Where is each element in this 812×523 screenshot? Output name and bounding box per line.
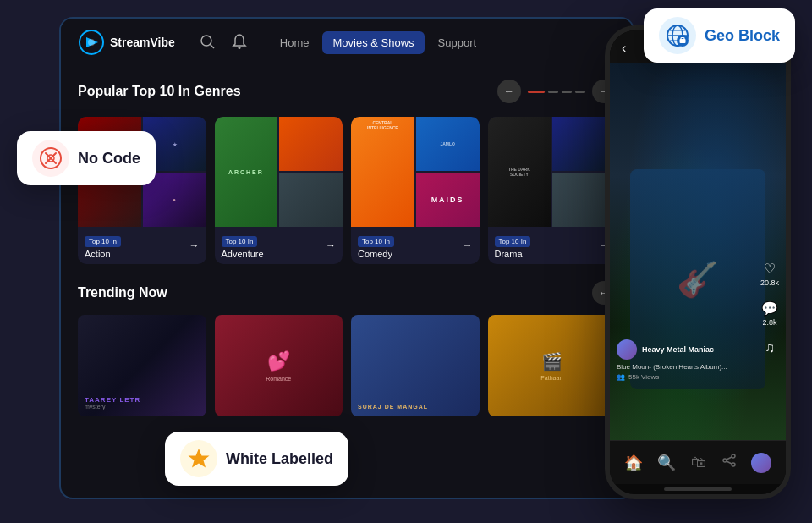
main-content: Popular Top 10 In Genres ← → bbox=[61, 66, 633, 430]
dot-1 bbox=[528, 91, 545, 93]
svg-line-19 bbox=[727, 457, 732, 460]
white-labelled-label: White Labelled bbox=[226, 450, 333, 468]
svg-point-2 bbox=[201, 36, 211, 46]
logo: StreamVibe bbox=[78, 29, 175, 56]
white-labelled-badge: White Labelled bbox=[165, 432, 348, 486]
mobile-phone: ‹ Video ◉ 🎸 ♡ 20.8k 💬 2.8k bbox=[605, 25, 791, 499]
dot-3 bbox=[562, 91, 572, 93]
views-icon: 👥 bbox=[617, 373, 625, 381]
comedy-arrow-icon: → bbox=[463, 239, 473, 251]
share-icon: ♫ bbox=[765, 340, 775, 355]
adventure-label: Adventure bbox=[222, 249, 264, 259]
nav-links: Home Movies & Shows Support bbox=[270, 31, 616, 54]
like-count: 20.8k bbox=[760, 278, 779, 287]
video-title: Blue Moon- (Broken Hearts Album)... bbox=[617, 363, 752, 371]
pagination-dots bbox=[528, 91, 585, 93]
search-icon[interactable] bbox=[199, 33, 217, 52]
heart-icon: ♡ bbox=[764, 261, 776, 277]
prev-arrow-button[interactable]: ← bbox=[497, 80, 521, 103]
action-badge: Top 10 In bbox=[85, 236, 121, 247]
views-count: 55k Views bbox=[628, 373, 659, 381]
svg-point-18 bbox=[732, 463, 735, 466]
trending-header: Trending Now ← bbox=[78, 281, 616, 305]
genre-card-comedy[interactable]: CENTRALINTELLIGENCE JAMLO MAIDS bbox=[351, 117, 480, 264]
trending-card-2[interactable]: 💕 Romance bbox=[215, 315, 343, 416]
geo-block-icon bbox=[659, 17, 696, 54]
svg-point-16 bbox=[732, 454, 735, 458]
adventure-arrow-icon: → bbox=[326, 239, 336, 251]
mobile-screen: ‹ Video ◉ 🎸 ♡ 20.8k 💬 2.8k bbox=[610, 30, 786, 494]
comment-action[interactable]: 💬 2.8k bbox=[761, 300, 778, 327]
svg-point-1 bbox=[88, 39, 95, 46]
svg-line-20 bbox=[727, 461, 732, 464]
video-content: 🎸 ♡ 20.8k 💬 2.8k ♫ H bbox=[610, 63, 786, 440]
no-code-label: No Code bbox=[78, 150, 140, 168]
mobile-nav-share[interactable] bbox=[721, 453, 737, 472]
home-indicator bbox=[664, 487, 732, 491]
nav-support[interactable]: Support bbox=[428, 31, 487, 54]
no-code-badge: No Code bbox=[17, 131, 156, 185]
trending-card-1[interactable]: TAAREY LETR mystery bbox=[78, 315, 206, 416]
genre-cards-container: FREEDOM ACTION ★ ● Top 10 In Action bbox=[78, 117, 616, 264]
drama-badge: Top 10 In bbox=[495, 236, 531, 247]
trending-card-3[interactable]: SURAJ DE MANGAL bbox=[351, 315, 480, 416]
mobile-bottom-nav: 🏠 🔍 🛍 bbox=[610, 440, 786, 484]
comedy-badge: Top 10 In bbox=[358, 236, 394, 247]
genres-header: Popular Top 10 In Genres ← → bbox=[78, 80, 616, 103]
share-action[interactable]: ♫ bbox=[765, 340, 775, 355]
geo-block-label: Geo Block bbox=[705, 27, 780, 45]
mobile-nav-profile[interactable] bbox=[751, 453, 771, 473]
adventure-badge: Top 10 In bbox=[222, 236, 258, 247]
drama-label: Drama bbox=[495, 249, 531, 259]
user-avatar bbox=[617, 339, 637, 360]
nav-home[interactable]: Home bbox=[270, 31, 320, 54]
video-views: 👥 55k Views bbox=[617, 373, 752, 381]
geo-block-badge: Geo Block bbox=[644, 8, 795, 63]
side-actions: ♡ 20.8k 💬 2.8k ♫ bbox=[760, 261, 779, 355]
svg-point-17 bbox=[723, 459, 727, 462]
logo-text: StreamVibe bbox=[110, 36, 175, 49]
svg-point-4 bbox=[238, 47, 240, 49]
dot-4 bbox=[575, 91, 585, 93]
genres-title: Popular Top 10 In Genres bbox=[78, 84, 241, 99]
user-name: Heavy Metal Maniac bbox=[642, 345, 714, 354]
genre-card-adventure[interactable]: ARCHER Top 10 In Adventure → bbox=[215, 117, 343, 264]
dot-2 bbox=[548, 91, 558, 93]
like-action[interactable]: ♡ 20.8k bbox=[760, 261, 779, 287]
genre-nav-arrows: ← → bbox=[497, 80, 616, 103]
comment-icon: 💬 bbox=[761, 300, 778, 317]
mobile-back-icon[interactable]: ‹ bbox=[622, 41, 626, 56]
notification-icon[interactable] bbox=[231, 33, 250, 52]
white-label-icon bbox=[180, 440, 217, 477]
action-arrow-icon: → bbox=[189, 239, 200, 251]
comedy-label: Comedy bbox=[358, 249, 394, 259]
nav-movies-shows[interactable]: Movies & Shows bbox=[322, 31, 424, 54]
desktop-app: StreamVibe Home Movies & Shows Support P… bbox=[59, 17, 634, 499]
genre-card-drama[interactable]: THE DARKSOCIETY Top 10 In Drama bbox=[488, 117, 617, 264]
mobile-nav-home[interactable]: 🏠 bbox=[624, 454, 643, 472]
mobile-nav-search[interactable]: 🔍 bbox=[657, 454, 676, 472]
video-user: Heavy Metal Maniac bbox=[617, 339, 752, 360]
svg-line-3 bbox=[210, 45, 214, 49]
trending-cards-container: TAAREY LETR mystery 💕 Romance SURAJ DE M… bbox=[78, 315, 616, 416]
trending-card-4[interactable]: 🎬 Pathaan bbox=[488, 315, 617, 416]
svg-marker-7 bbox=[189, 449, 210, 468]
navbar: StreamVibe Home Movies & Shows Support bbox=[61, 19, 633, 66]
mobile-nav-shop[interactable]: 🛍 bbox=[691, 454, 706, 471]
action-label: Action bbox=[85, 249, 121, 259]
comment-count: 2.8k bbox=[762, 318, 776, 327]
no-code-icon bbox=[32, 140, 69, 177]
video-info: Heavy Metal Maniac Blue Moon- (Broken He… bbox=[617, 339, 752, 381]
trending-title: Trending Now bbox=[78, 285, 167, 300]
